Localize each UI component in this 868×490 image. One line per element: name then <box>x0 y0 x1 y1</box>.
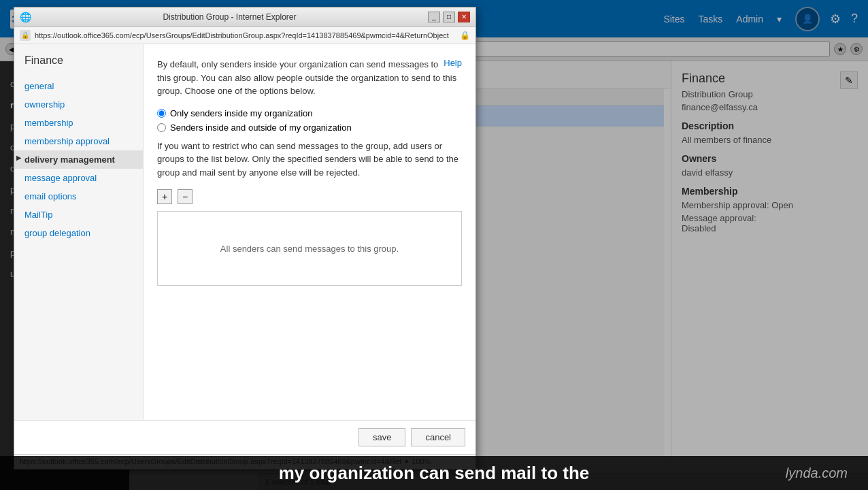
modal-url-text: https://outlook.office365.com/ecp/UsersG… <box>35 31 456 39</box>
modal-address-bar: 🔒 https://outlook.office365.com/ecp/User… <box>14 27 475 44</box>
modal-nav: Finance general ownership membership mem… <box>14 44 144 420</box>
modal-nav-ownership[interactable]: ownership <box>14 95 143 114</box>
radio-outside-input[interactable] <box>157 123 166 132</box>
radio-outside-label: Senders inside and outside of my organiz… <box>170 122 352 133</box>
help-link[interactable]: Help <box>444 58 462 68</box>
modal-restore-btn[interactable]: □ <box>443 12 455 22</box>
modal-nav-membership-approval[interactable]: membership approval <box>14 132 143 150</box>
modal-main-content: Help By default, only senders inside you… <box>144 44 475 420</box>
restrict-description: If you want to restrict who can send mes… <box>157 140 462 180</box>
radio-inside-outside[interactable]: Senders inside and outside of my organiz… <box>157 122 462 133</box>
radio-inside-only[interactable]: Only senders inside my organization <box>157 108 462 118</box>
radio-inside-label: Only senders inside my organization <box>170 108 313 118</box>
modal-nav-group-delegation[interactable]: group delegation <box>14 224 143 242</box>
modal-nav-delivery-management[interactable]: delivery management <box>14 150 143 169</box>
modal-lock-icon: 🔒 <box>460 31 470 40</box>
modal-overlay[interactable]: 🌐 Distribution Group - Internet Explorer… <box>0 0 868 490</box>
lynda-logo: lynda.com <box>786 466 848 481</box>
cancel-button[interactable]: cancel <box>411 428 465 446</box>
modal-nav-message-approval[interactable]: message approval <box>14 169 143 187</box>
modal-favicon: 🌐 <box>20 12 31 22</box>
senders-list-box: All senders can send messages to this gr… <box>157 211 462 286</box>
modal-nav-general[interactable]: general <box>14 77 143 95</box>
radio-inside-input[interactable] <box>157 109 166 118</box>
caption-bar: my organization can send mail to the lyn… <box>0 456 868 490</box>
caption-text: my organization can send mail to the <box>279 463 590 484</box>
modal-title: Distribution Group - Internet Explorer <box>31 12 428 22</box>
sender-options-group: Only senders inside my organization Send… <box>157 108 462 133</box>
distribution-group-modal: 🌐 Distribution Group - Internet Explorer… <box>14 7 476 470</box>
add-remove-buttons: + − <box>157 189 462 204</box>
add-sender-btn[interactable]: + <box>157 189 172 204</box>
modal-nav-mailtip[interactable]: MailTip <box>14 206 143 224</box>
modal-body: Finance general ownership membership mem… <box>14 44 475 420</box>
modal-nav-email-options[interactable]: email options <box>14 187 143 206</box>
modal-nav-membership[interactable]: membership <box>14 114 143 132</box>
modal-chrome-buttons: _ □ ✕ <box>428 12 470 22</box>
delivery-description: By default, only senders inside your org… <box>157 58 462 98</box>
modal-titlebar: 🌐 Distribution Group - Internet Explorer… <box>14 7 475 27</box>
modal-nav-group-title: Finance <box>14 54 143 77</box>
save-button[interactable]: save <box>358 428 405 446</box>
modal-minimize-btn[interactable]: _ <box>428 12 440 22</box>
modal-address-icon: 🔒 <box>20 30 31 41</box>
senders-placeholder-text: All senders can send messages to this gr… <box>220 244 399 254</box>
remove-sender-btn[interactable]: − <box>178 189 193 204</box>
modal-close-btn[interactable]: ✕ <box>458 12 470 22</box>
modal-footer: save cancel <box>14 420 475 454</box>
